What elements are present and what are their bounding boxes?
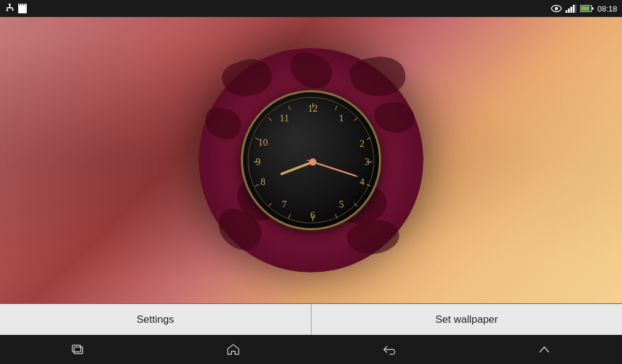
fur-patch-2 bbox=[286, 49, 336, 92]
eye-icon bbox=[551, 5, 562, 12]
back-button[interactable] bbox=[374, 337, 404, 362]
svg-line-46 bbox=[255, 184, 259, 186]
svg-line-38 bbox=[367, 138, 371, 140]
settings-button[interactable]: Settings bbox=[0, 304, 312, 335]
svg-rect-9 bbox=[20, 4, 21, 6]
svg-line-49 bbox=[268, 118, 272, 121]
navigation-bar bbox=[0, 335, 622, 364]
svg-rect-57 bbox=[74, 347, 83, 354]
svg-line-42 bbox=[335, 214, 337, 218]
svg-text:8: 8 bbox=[261, 177, 265, 187]
svg-rect-22 bbox=[581, 7, 590, 11]
svg-line-36 bbox=[335, 106, 337, 110]
battery-icon bbox=[580, 5, 593, 12]
home-button[interactable] bbox=[218, 337, 248, 362]
svg-line-44 bbox=[289, 214, 290, 218]
status-left-icons bbox=[5, 4, 27, 13]
svg-rect-0 bbox=[9, 4, 11, 5]
status-bar: 08:18 bbox=[0, 0, 622, 17]
svg-line-45 bbox=[268, 203, 272, 206]
svg-text:2: 2 bbox=[360, 138, 364, 149]
svg-line-41 bbox=[354, 203, 357, 206]
svg-rect-17 bbox=[570, 7, 572, 13]
svg-line-37 bbox=[354, 118, 357, 121]
set-wallpaper-button[interactable]: Set wallpaper bbox=[312, 304, 623, 335]
svg-rect-19 bbox=[575, 4, 576, 13]
clock-face: 12 1 2 3 4 5 6 7 8 9 10 11 bbox=[241, 90, 381, 230]
svg-text:4: 4 bbox=[360, 177, 364, 187]
svg-point-14 bbox=[555, 7, 558, 10]
svg-rect-21 bbox=[592, 7, 594, 10]
svg-line-51 bbox=[282, 162, 313, 174]
svg-line-40 bbox=[367, 184, 371, 186]
status-time: 08:18 bbox=[597, 4, 617, 13]
svg-rect-8 bbox=[18, 4, 19, 7]
sdcard-icon bbox=[18, 4, 27, 13]
svg-rect-16 bbox=[568, 8, 570, 13]
svg-rect-3 bbox=[7, 7, 8, 10]
svg-point-55 bbox=[311, 160, 315, 164]
svg-text:1: 1 bbox=[339, 113, 344, 123]
wallpaper-background: 12 1 2 3 4 5 6 7 8 9 10 11 bbox=[0, 17, 622, 303]
clock-numbers-svg: 12 1 2 3 4 5 6 7 8 9 10 11 bbox=[243, 92, 383, 232]
bottom-buttons-bar: Settings Set wallpaper bbox=[0, 303, 622, 335]
svg-text:11: 11 bbox=[279, 113, 289, 123]
fur-patch-6 bbox=[202, 106, 244, 142]
svg-rect-18 bbox=[573, 5, 575, 13]
signal-icon bbox=[566, 4, 576, 13]
svg-rect-11 bbox=[24, 4, 25, 6]
usb-icon bbox=[5, 4, 15, 13]
status-right-icons: 08:18 bbox=[551, 4, 617, 13]
svg-rect-56 bbox=[72, 345, 81, 352]
svg-rect-15 bbox=[566, 10, 567, 13]
svg-point-5 bbox=[7, 10, 9, 12]
recent-apps-button[interactable] bbox=[63, 337, 93, 362]
scroll-up-button[interactable] bbox=[529, 337, 559, 362]
svg-text:7: 7 bbox=[282, 199, 287, 209]
clock-container: 12 1 2 3 4 5 6 7 8 9 10 11 bbox=[241, 90, 381, 230]
svg-rect-10 bbox=[22, 4, 23, 7]
svg-text:10: 10 bbox=[258, 137, 268, 147]
svg-point-6 bbox=[12, 9, 14, 11]
svg-rect-12 bbox=[26, 4, 27, 7]
svg-text:5: 5 bbox=[339, 199, 344, 209]
svg-line-50 bbox=[289, 106, 290, 110]
